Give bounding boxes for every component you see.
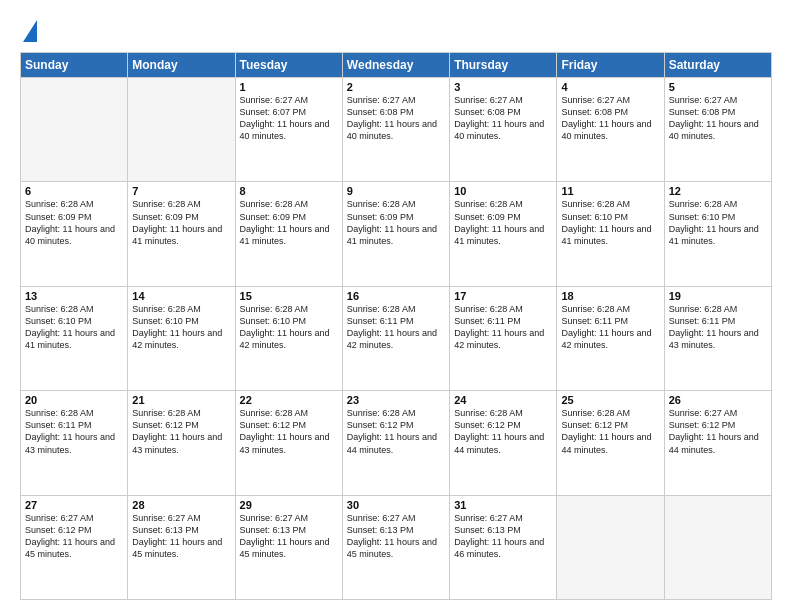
day-info: Sunrise: 6:28 AM Sunset: 6:09 PM Dayligh… xyxy=(132,198,230,247)
weekday-header-tuesday: Tuesday xyxy=(235,53,342,78)
day-info: Sunrise: 6:28 AM Sunset: 6:09 PM Dayligh… xyxy=(25,198,123,247)
day-number: 21 xyxy=(132,394,230,406)
calendar-cell: 11Sunrise: 6:28 AM Sunset: 6:10 PM Dayli… xyxy=(557,182,664,286)
day-number: 22 xyxy=(240,394,338,406)
day-info: Sunrise: 6:28 AM Sunset: 6:11 PM Dayligh… xyxy=(561,303,659,352)
calendar-cell: 29Sunrise: 6:27 AM Sunset: 6:13 PM Dayli… xyxy=(235,495,342,599)
day-number: 4 xyxy=(561,81,659,93)
day-number: 29 xyxy=(240,499,338,511)
calendar-week-1: 1Sunrise: 6:27 AM Sunset: 6:07 PM Daylig… xyxy=(21,78,772,182)
day-info: Sunrise: 6:28 AM Sunset: 6:12 PM Dayligh… xyxy=(561,407,659,456)
day-info: Sunrise: 6:28 AM Sunset: 6:09 PM Dayligh… xyxy=(347,198,445,247)
weekday-header-wednesday: Wednesday xyxy=(342,53,449,78)
day-info: Sunrise: 6:28 AM Sunset: 6:09 PM Dayligh… xyxy=(454,198,552,247)
calendar-week-5: 27Sunrise: 6:27 AM Sunset: 6:12 PM Dayli… xyxy=(21,495,772,599)
day-number: 9 xyxy=(347,185,445,197)
day-number: 3 xyxy=(454,81,552,93)
day-info: Sunrise: 6:28 AM Sunset: 6:10 PM Dayligh… xyxy=(132,303,230,352)
logo-triangle-icon xyxy=(23,20,37,42)
day-info: Sunrise: 6:27 AM Sunset: 6:08 PM Dayligh… xyxy=(454,94,552,143)
calendar-cell: 20Sunrise: 6:28 AM Sunset: 6:11 PM Dayli… xyxy=(21,391,128,495)
day-number: 1 xyxy=(240,81,338,93)
day-number: 24 xyxy=(454,394,552,406)
calendar-cell: 18Sunrise: 6:28 AM Sunset: 6:11 PM Dayli… xyxy=(557,286,664,390)
day-info: Sunrise: 6:28 AM Sunset: 6:11 PM Dayligh… xyxy=(25,407,123,456)
calendar-cell: 24Sunrise: 6:28 AM Sunset: 6:12 PM Dayli… xyxy=(450,391,557,495)
day-info: Sunrise: 6:27 AM Sunset: 6:13 PM Dayligh… xyxy=(347,512,445,561)
day-number: 11 xyxy=(561,185,659,197)
weekday-header-saturday: Saturday xyxy=(664,53,771,78)
calendar-cell: 17Sunrise: 6:28 AM Sunset: 6:11 PM Dayli… xyxy=(450,286,557,390)
day-number: 15 xyxy=(240,290,338,302)
calendar-cell: 22Sunrise: 6:28 AM Sunset: 6:12 PM Dayli… xyxy=(235,391,342,495)
calendar-cell: 26Sunrise: 6:27 AM Sunset: 6:12 PM Dayli… xyxy=(664,391,771,495)
day-info: Sunrise: 6:28 AM Sunset: 6:12 PM Dayligh… xyxy=(132,407,230,456)
day-info: Sunrise: 6:28 AM Sunset: 6:12 PM Dayligh… xyxy=(347,407,445,456)
day-info: Sunrise: 6:28 AM Sunset: 6:11 PM Dayligh… xyxy=(347,303,445,352)
weekday-header-monday: Monday xyxy=(128,53,235,78)
calendar-cell: 7Sunrise: 6:28 AM Sunset: 6:09 PM Daylig… xyxy=(128,182,235,286)
calendar-cell: 10Sunrise: 6:28 AM Sunset: 6:09 PM Dayli… xyxy=(450,182,557,286)
header xyxy=(20,18,772,42)
calendar-week-3: 13Sunrise: 6:28 AM Sunset: 6:10 PM Dayli… xyxy=(21,286,772,390)
day-number: 5 xyxy=(669,81,767,93)
day-info: Sunrise: 6:28 AM Sunset: 6:12 PM Dayligh… xyxy=(454,407,552,456)
calendar-cell: 21Sunrise: 6:28 AM Sunset: 6:12 PM Dayli… xyxy=(128,391,235,495)
calendar-week-2: 6Sunrise: 6:28 AM Sunset: 6:09 PM Daylig… xyxy=(21,182,772,286)
day-info: Sunrise: 6:27 AM Sunset: 6:12 PM Dayligh… xyxy=(25,512,123,561)
day-number: 7 xyxy=(132,185,230,197)
day-info: Sunrise: 6:27 AM Sunset: 6:08 PM Dayligh… xyxy=(561,94,659,143)
day-number: 25 xyxy=(561,394,659,406)
day-info: Sunrise: 6:27 AM Sunset: 6:13 PM Dayligh… xyxy=(454,512,552,561)
weekday-header-sunday: Sunday xyxy=(21,53,128,78)
calendar-week-4: 20Sunrise: 6:28 AM Sunset: 6:11 PM Dayli… xyxy=(21,391,772,495)
calendar-cell: 28Sunrise: 6:27 AM Sunset: 6:13 PM Dayli… xyxy=(128,495,235,599)
calendar-cell: 6Sunrise: 6:28 AM Sunset: 6:09 PM Daylig… xyxy=(21,182,128,286)
page: SundayMondayTuesdayWednesdayThursdayFrid… xyxy=(0,0,792,612)
day-number: 12 xyxy=(669,185,767,197)
calendar-cell xyxy=(664,495,771,599)
day-number: 6 xyxy=(25,185,123,197)
day-info: Sunrise: 6:28 AM Sunset: 6:10 PM Dayligh… xyxy=(240,303,338,352)
day-number: 14 xyxy=(132,290,230,302)
day-info: Sunrise: 6:27 AM Sunset: 6:07 PM Dayligh… xyxy=(240,94,338,143)
day-info: Sunrise: 6:28 AM Sunset: 6:11 PM Dayligh… xyxy=(669,303,767,352)
calendar-cell: 13Sunrise: 6:28 AM Sunset: 6:10 PM Dayli… xyxy=(21,286,128,390)
calendar-cell: 1Sunrise: 6:27 AM Sunset: 6:07 PM Daylig… xyxy=(235,78,342,182)
calendar-cell: 5Sunrise: 6:27 AM Sunset: 6:08 PM Daylig… xyxy=(664,78,771,182)
day-number: 2 xyxy=(347,81,445,93)
calendar-cell: 30Sunrise: 6:27 AM Sunset: 6:13 PM Dayli… xyxy=(342,495,449,599)
day-info: Sunrise: 6:27 AM Sunset: 6:13 PM Dayligh… xyxy=(240,512,338,561)
calendar-cell: 4Sunrise: 6:27 AM Sunset: 6:08 PM Daylig… xyxy=(557,78,664,182)
calendar-cell: 16Sunrise: 6:28 AM Sunset: 6:11 PM Dayli… xyxy=(342,286,449,390)
calendar-cell: 15Sunrise: 6:28 AM Sunset: 6:10 PM Dayli… xyxy=(235,286,342,390)
day-info: Sunrise: 6:28 AM Sunset: 6:10 PM Dayligh… xyxy=(561,198,659,247)
day-number: 26 xyxy=(669,394,767,406)
day-number: 17 xyxy=(454,290,552,302)
calendar-cell: 19Sunrise: 6:28 AM Sunset: 6:11 PM Dayli… xyxy=(664,286,771,390)
day-info: Sunrise: 6:28 AM Sunset: 6:10 PM Dayligh… xyxy=(669,198,767,247)
calendar-cell: 27Sunrise: 6:27 AM Sunset: 6:12 PM Dayli… xyxy=(21,495,128,599)
calendar-table: SundayMondayTuesdayWednesdayThursdayFrid… xyxy=(20,52,772,600)
day-number: 19 xyxy=(669,290,767,302)
day-info: Sunrise: 6:27 AM Sunset: 6:12 PM Dayligh… xyxy=(669,407,767,456)
logo xyxy=(20,18,37,42)
day-info: Sunrise: 6:28 AM Sunset: 6:12 PM Dayligh… xyxy=(240,407,338,456)
day-number: 28 xyxy=(132,499,230,511)
calendar-cell: 14Sunrise: 6:28 AM Sunset: 6:10 PM Dayli… xyxy=(128,286,235,390)
weekday-header-row: SundayMondayTuesdayWednesdayThursdayFrid… xyxy=(21,53,772,78)
day-info: Sunrise: 6:27 AM Sunset: 6:08 PM Dayligh… xyxy=(347,94,445,143)
calendar-cell: 31Sunrise: 6:27 AM Sunset: 6:13 PM Dayli… xyxy=(450,495,557,599)
day-number: 20 xyxy=(25,394,123,406)
calendar-cell xyxy=(557,495,664,599)
calendar-cell: 23Sunrise: 6:28 AM Sunset: 6:12 PM Dayli… xyxy=(342,391,449,495)
day-number: 30 xyxy=(347,499,445,511)
day-number: 18 xyxy=(561,290,659,302)
weekday-header-thursday: Thursday xyxy=(450,53,557,78)
day-info: Sunrise: 6:28 AM Sunset: 6:09 PM Dayligh… xyxy=(240,198,338,247)
day-info: Sunrise: 6:27 AM Sunset: 6:13 PM Dayligh… xyxy=(132,512,230,561)
weekday-header-friday: Friday xyxy=(557,53,664,78)
calendar-cell: 12Sunrise: 6:28 AM Sunset: 6:10 PM Dayli… xyxy=(664,182,771,286)
day-info: Sunrise: 6:28 AM Sunset: 6:10 PM Dayligh… xyxy=(25,303,123,352)
calendar-cell: 8Sunrise: 6:28 AM Sunset: 6:09 PM Daylig… xyxy=(235,182,342,286)
